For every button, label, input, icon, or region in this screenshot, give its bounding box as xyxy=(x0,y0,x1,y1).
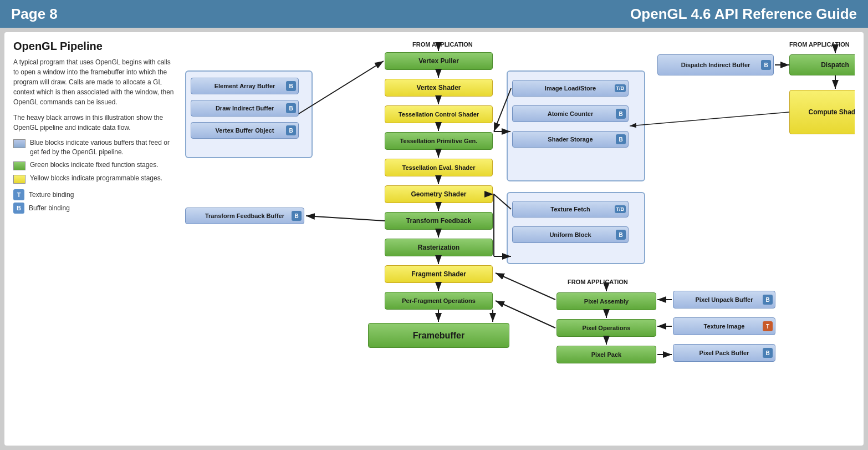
pixel-unpack-badge: B xyxy=(763,295,773,305)
texture-fetch-badge: T/B xyxy=(615,205,626,213)
atomic-counter-badge: B xyxy=(616,109,626,119)
geometry-shader-box: Geometry Shader xyxy=(385,185,493,203)
dispatch-box: Dispatch xyxy=(789,54,855,75)
from-app-label-3: FROM APPLICATION xyxy=(568,279,628,285)
element-array-badge: B xyxy=(286,81,296,91)
legend-blue: Blue blocks indicate various buffers tha… xyxy=(13,138,174,157)
description-1: A typical program that uses OpenGL begin… xyxy=(13,57,174,107)
texture-binding-label: Texture binding xyxy=(29,191,74,199)
left-panel: OpenGL Pipeline A typical program that u… xyxy=(13,40,174,438)
svg-line-14 xyxy=(306,216,385,221)
main-content: OpenGL Pipeline A typical program that u… xyxy=(4,32,864,446)
pixel-pack-box: Pixel Pack xyxy=(556,346,656,363)
yellow-swatch xyxy=(13,175,25,184)
image-load-store-badge: T/B xyxy=(615,84,626,92)
uniform-block-badge: B xyxy=(616,230,626,240)
pixel-operations-box: Pixel Operations xyxy=(556,319,656,337)
vertex-buffer-badge: B xyxy=(286,125,296,135)
yellow-legend-text: Yellow blocks indicate programmable stag… xyxy=(30,174,162,183)
legend-green: Green blocks indicate fixed function sta… xyxy=(13,160,174,170)
buffer-binding-legend: B Buffer binding xyxy=(13,203,174,214)
pixel-unpack-buffer-box: Pixel Unpack Buffer B xyxy=(673,291,775,309)
page-number: Page 8 xyxy=(11,6,58,23)
blue-legend-text: Blue blocks indicate various buffers tha… xyxy=(30,138,174,157)
tess-eval-box: Tessellation Eval. Shader xyxy=(385,159,493,176)
legend: Blue blocks indicate various buffers tha… xyxy=(13,138,174,184)
svg-line-33 xyxy=(496,273,555,300)
t-badge: T xyxy=(13,189,24,200)
tess-prim-box: Tessellation Primitive Gen. xyxy=(385,132,493,150)
guide-title: OpenGL 4.6 API Reference Guide xyxy=(630,6,857,23)
b-badge: B xyxy=(13,203,24,214)
badge-legend: T Texture binding B Buffer binding xyxy=(13,189,174,214)
vertex-buffer-box: Vertex Buffer Object B xyxy=(191,122,299,139)
from-app-label-2: FROM APPLICATION xyxy=(789,41,850,48)
element-array-box: Element Array Buffer B xyxy=(191,78,299,94)
transform-feedback-buffer-badge: B xyxy=(292,211,302,221)
per-fragment-box: Per-Fragment Operations xyxy=(385,292,493,310)
uniform-block-box: Uniform Block B xyxy=(512,226,629,243)
svg-line-34 xyxy=(630,112,789,126)
transform-feedback-box: Transform Feedback xyxy=(385,212,493,230)
transform-feedback-buffer-box: Transform Feedback Buffer B xyxy=(185,208,304,224)
atomic-counter-box: Atomic Counter B xyxy=(512,105,629,122)
from-app-label-1: FROM APPLICATION xyxy=(412,41,473,48)
vertex-shader-box: Vertex Shader xyxy=(385,79,493,97)
pixel-assembly-box: Pixel Assembly xyxy=(556,292,656,310)
vertex-puller-box: Vertex Puller xyxy=(385,52,493,70)
compute-shader-box: Compute Shader xyxy=(789,90,855,134)
page-header: Page 8 OpenGL 4.6 API Reference Guide xyxy=(0,0,868,28)
pipeline-diagram: FROM APPLICATION FROM APPLICATION FROM A… xyxy=(180,40,855,438)
green-swatch xyxy=(13,161,25,170)
shader-storage-box: Shader Storage B xyxy=(512,131,629,148)
blue-swatch xyxy=(13,139,25,148)
buffer-binding-label: Buffer binding xyxy=(29,204,70,212)
draw-indirect-box: Draw Indirect Buffer B xyxy=(191,100,299,117)
texture-image-badge: T xyxy=(763,321,773,331)
section-heading: OpenGL Pipeline xyxy=(13,40,174,53)
green-legend-text: Green blocks indicate fixed function sta… xyxy=(30,160,158,170)
fragment-shader-box: Fragment Shader xyxy=(385,265,493,283)
draw-indirect-badge: B xyxy=(286,103,296,113)
image-load-store-box: Image Load/Store T/B xyxy=(512,80,629,97)
shader-storage-badge: B xyxy=(616,134,626,144)
texture-image-box: Texture Image T xyxy=(673,317,775,335)
pixel-pack-badge: B xyxy=(763,348,773,358)
framebuffer-box: Framebuffer xyxy=(368,323,509,348)
dispatch-indirect-badge: B xyxy=(761,60,771,70)
dispatch-indirect-box: Dispatch Indirect Buffer B xyxy=(657,54,774,75)
tess-control-box: Tessellation Control Shader xyxy=(385,105,493,123)
description-2: The heavy black arrows in this illustrat… xyxy=(13,113,174,133)
pixel-pack-buffer-box: Pixel Pack Buffer B xyxy=(673,344,775,362)
texture-binding-legend: T Texture binding xyxy=(13,189,174,200)
rasterization-box: Rasterization xyxy=(385,239,493,256)
texture-fetch-box: Texture Fetch T/B xyxy=(512,201,629,218)
legend-yellow: Yellow blocks indicate programmable stag… xyxy=(13,174,174,184)
